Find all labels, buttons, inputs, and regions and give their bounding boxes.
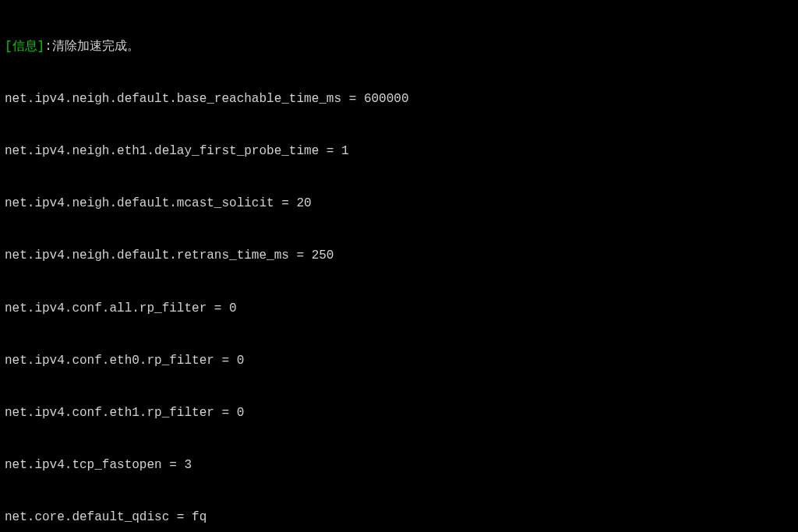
info-line-1: [信息]:清除加速完成。 xyxy=(5,38,793,55)
sysctl-line: net.ipv4.neigh.eth1.delay_first_probe_ti… xyxy=(5,143,793,160)
sysctl-line: net.ipv4.conf.eth1.rp_filter = 0 xyxy=(5,404,793,421)
sysctl-line: net.ipv4.neigh.default.mcast_solicit = 2… xyxy=(5,195,793,212)
terminal-window[interactable]: [信息]:清除加速完成。 net.ipv4.neigh.default.base… xyxy=(5,3,793,532)
sysctl-line: net.ipv4.neigh.default.retrans_time_ms =… xyxy=(5,247,793,264)
info-message: :清除加速完成。 xyxy=(44,40,139,54)
sysctl-line: net.ipv4.neigh.default.base_reachable_ti… xyxy=(5,90,793,107)
sysctl-line: net.ipv4.conf.eth0.rp_filter = 0 xyxy=(5,352,793,369)
sysctl-line: net.ipv4.conf.all.rp_filter = 0 xyxy=(5,300,793,317)
sysctl-line: net.core.default_qdisc = fq xyxy=(5,509,793,526)
info-tag: [信息] xyxy=(5,40,44,54)
sysctl-line: net.ipv4.tcp_fastopen = 3 xyxy=(5,456,793,474)
